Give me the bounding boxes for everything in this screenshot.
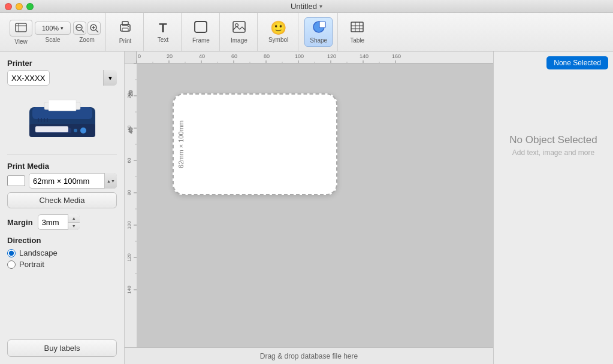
view-button[interactable] [10,20,32,37]
zoom-group [73,22,101,35]
svg-text:100: 100 [295,53,304,59]
h-ruler-svg: 0 20 40 60 80 [137,51,493,63]
svg-text:60: 60 [231,53,237,59]
zoom-in-button[interactable] [87,22,101,35]
toolbar-scale-item: 100% ▾ Scale [35,22,71,43]
svg-text:40: 40 [199,53,205,59]
svg-rect-15 [233,22,245,32]
main-area: Printer XX-XXXX [0,51,613,364]
margin-stepper: ▲ ▼ [68,214,80,230]
landscape-row: Landscape [7,248,117,257]
svg-text:20: 20 [167,53,173,59]
svg-text:80: 80 [264,53,270,59]
v-ruler-40: 40 [126,125,132,131]
svg-text:140: 140 [360,53,369,59]
image-tool[interactable]: Image [226,18,252,46]
maximize-button[interactable] [26,3,34,10]
vertical-ruler: 20 40 20 40 60 80 100 120 140 [125,63,137,347]
v-ruler-140: 140 [126,286,132,294]
symbol-tool[interactable]: 🙂 Symbol [264,19,293,46]
title-bar: Untitled ▾ [0,0,613,13]
canvas-content[interactable]: 62mm × 100mm [137,63,493,347]
svg-text:160: 160 [392,53,401,59]
printer-section: Printer XX-XXXX [7,59,117,147]
image-icon [232,20,246,35]
printer-select[interactable]: XX-XXXX [7,70,50,86]
view-icon [15,23,27,34]
printer-icon [23,89,101,143]
printer-select-wrapper: XX-XXXX [7,70,117,86]
print-icon [118,20,132,36]
svg-rect-18 [319,22,325,28]
svg-text:120: 120 [327,53,336,59]
toolbar-view-item: View [10,20,32,45]
text-tool[interactable]: T Text [150,19,176,46]
margin-increment-button[interactable]: ▲ [68,214,80,223]
portrait-label[interactable]: Portrait [19,260,44,269]
zoom-out-button[interactable] [73,22,86,35]
frame-tool[interactable]: Frame [188,18,215,46]
no-object-subtitle: Add text, image and more [512,148,594,157]
chevron-icon: ▾ [319,3,322,10]
svg-point-31 [74,129,77,132]
check-media-button[interactable]: Check Media [7,192,117,208]
svg-line-4 [81,30,84,32]
close-button[interactable] [5,3,12,10]
direction-section: Direction Landscape Portrait [7,236,117,271]
minimize-button[interactable] [16,3,23,10]
svg-rect-27 [49,100,76,111]
none-selected-button[interactable]: None Selected [546,56,608,69]
portrait-radio[interactable] [7,260,16,269]
svg-point-13 [128,26,129,27]
printer-title: Printer [7,59,117,68]
horizontal-ruler: 0 20 40 60 80 [137,51,493,63]
toolbar-text-group: T Text [145,13,182,51]
drop-text: Drag & drop database file here [260,352,358,360]
v-ruler-20: 20 [126,93,132,98]
margin-input-wrapper: ▲ ▼ [38,214,80,230]
svg-rect-36 [35,126,68,132]
toolbar-view-group: View 100% ▾ Scale [5,13,106,51]
portrait-row: Portrait [7,260,117,269]
toolbar-shape-group: Shape [300,13,338,51]
divider-1 [7,154,117,154]
landscape-radio[interactable] [7,249,16,257]
toolbar-table-group: Table [339,13,375,51]
shape-tool[interactable]: Shape [304,17,333,47]
margin-decrement-button[interactable]: ▼ [68,223,80,230]
ruler-row: 0 20 40 60 80 [125,51,493,63]
landscape-label[interactable]: Landscape [19,248,58,257]
buy-labels-button[interactable]: Buy labels [7,339,117,357]
svg-rect-19 [351,22,363,32]
frame-icon [194,20,208,35]
direction-title: Direction [7,236,117,245]
svg-line-7 [96,30,98,32]
canvas-bottom-bar: Drag & drop database file here [125,347,493,364]
label-paper: 62mm × 100mm [173,93,337,195]
zoom-in-icon [89,23,99,33]
svg-rect-64 [125,63,137,347]
toolbar-zoom-item: Zoom [73,22,101,43]
media-select-wrapper: 62mm × 100mm [29,173,117,189]
scale-selector[interactable]: 100% ▾ [35,22,71,35]
canvas-middle: 20 40 20 40 60 80 100 120 140 62mm × 100… [125,63,493,347]
window-title: Untitled ▾ [291,2,322,11]
toolbar: View 100% ▾ Scale [0,13,613,51]
toolbar-image-group: Image [221,13,258,51]
media-swatch [7,175,25,186]
toolbar-frame-group: Frame [183,13,220,51]
margin-row: Margin ▲ ▼ [7,214,117,230]
print-media-title: Print Media [7,162,117,171]
print-tool[interactable]: Print [112,17,138,47]
sidebar: Printer XX-XXXX [0,51,125,364]
no-object-title: No Object Selected [509,134,597,146]
v-ruler-120: 120 [126,253,132,262]
svg-text:0: 0 [138,53,141,59]
svg-rect-0 [16,23,26,32]
media-select[interactable]: 62mm × 100mm [29,173,117,189]
table-tool[interactable]: Table [344,18,370,46]
svg-point-30 [80,128,86,134]
text-icon: T [159,22,167,35]
symbol-icon: 🙂 [270,22,286,35]
right-panel: None Selected No Object Selected Add tex… [493,51,613,364]
